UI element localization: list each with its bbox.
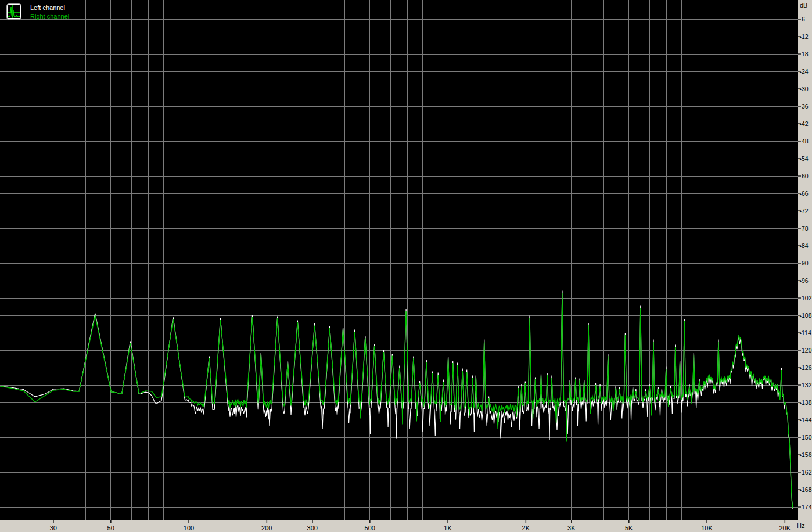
y-tick-label: -36: [800, 103, 809, 110]
spectrum-analyzer-window: -6-12-18-24-30-36-42-48-54-60-66-72-78-8…: [0, 0, 812, 532]
y-tick-label: -108: [800, 312, 812, 319]
y-tick-label: -120: [800, 347, 812, 354]
x-tick-label: 50: [107, 524, 114, 531]
y-tick-label: -144: [800, 416, 812, 423]
y-tick-label: -84: [800, 242, 809, 249]
spectrum-plot: -6-12-18-24-30-36-42-48-54-60-66-72-78-8…: [0, 0, 812, 532]
x-tick-label: 300: [307, 524, 318, 531]
spectrum-traces: [0, 291, 793, 509]
y-tick-label: -30: [800, 85, 809, 92]
y-tick-label: -174: [800, 504, 812, 511]
x-tick-label: 100: [184, 524, 194, 531]
x-tick-label: 30: [50, 524, 57, 531]
y-tick-label: -168: [800, 486, 812, 493]
x-tick-label: 200: [261, 524, 272, 531]
y-tick-label: -48: [800, 138, 809, 145]
x-axis-strip: [0, 520, 812, 532]
y-axis-unit-label: dB: [800, 2, 807, 9]
x-axis-unit-label: Hz: [797, 522, 804, 529]
axis-strips: -6-12-18-24-30-36-42-48-54-60-66-72-78-8…: [0, 0, 812, 532]
legend-right-channel-label: Right channel: [30, 13, 69, 20]
y-tick-label: -42: [800, 120, 809, 127]
y-tick-label: -114: [800, 329, 811, 336]
x-tick-label: 5K: [625, 524, 633, 531]
y-tick-label: -54: [800, 155, 809, 162]
spectrum-thumbnail-icon: [6, 3, 21, 22]
y-tick-label: -132: [800, 382, 812, 389]
legend-left-channel-label: Left channel: [30, 4, 65, 11]
x-tick-label: 20K: [779, 524, 791, 531]
y-tick-label: -138: [800, 399, 812, 406]
y-tick-label: -102: [800, 294, 812, 301]
y-tick-label: -90: [800, 260, 809, 267]
x-tick-label: 1K: [444, 524, 452, 531]
y-tick-label: -96: [800, 277, 809, 284]
x-tick-label: 3K: [567, 524, 576, 531]
y-tick-label: -72: [800, 207, 809, 214]
x-tick-label: 500: [365, 524, 375, 531]
y-tick-label: -12: [800, 33, 809, 40]
y-tick-label: -162: [800, 469, 812, 476]
y-tick-label: -150: [800, 434, 812, 441]
y-tick-label: -60: [800, 172, 809, 179]
y-tick-label: -126: [800, 364, 812, 371]
y-tick-label: -6: [800, 16, 805, 23]
y-tick-label: -66: [800, 190, 809, 197]
y-tick-label: -24: [800, 68, 809, 75]
y-tick-label: -18: [800, 51, 809, 57]
y-tick-label: -78: [800, 225, 809, 232]
y-tick-label: -156: [800, 451, 812, 458]
right-channel-trace: [0, 293, 793, 508]
grid-lines: [0, 0, 798, 520]
x-tick-label: 10K: [701, 524, 713, 531]
x-tick-label: 2K: [522, 524, 530, 531]
